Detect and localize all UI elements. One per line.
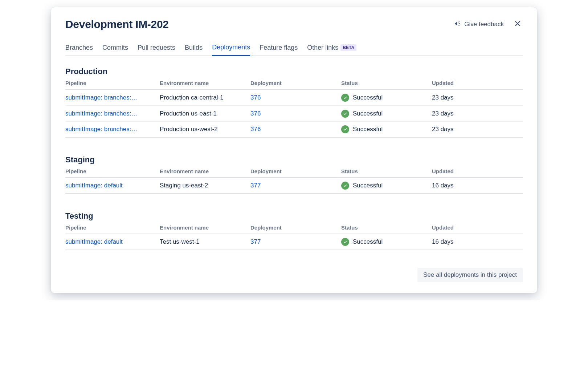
section-title: Testing — [65, 211, 523, 221]
status-text: Successful — [353, 94, 383, 101]
status-cell: Successful — [341, 182, 432, 190]
column-header-pipeline: Pipeline — [65, 224, 160, 231]
updated-text: 23 days — [432, 126, 523, 133]
pipeline-link[interactable]: submitImage: default — [65, 182, 160, 189]
dialog-footer: See all deployments in this project — [65, 268, 523, 282]
give-feedback-button[interactable]: Give feedback — [454, 20, 504, 29]
table-header: PipelineEnvironment nameDeploymentStatus… — [65, 168, 523, 178]
column-header-environment: Environment name — [160, 80, 250, 86]
environment-name: Test us-west-1 — [160, 238, 250, 246]
dialog-title: Development IM-202 — [65, 18, 169, 31]
updated-text: 23 days — [432, 110, 523, 117]
section-title: Production — [65, 67, 523, 76]
success-check-icon — [341, 94, 349, 102]
column-header-status: Status — [341, 224, 432, 231]
updated-text: 16 days — [432, 238, 523, 246]
development-dialog: Development IM-202 Give feedback Branche… — [51, 7, 537, 293]
pipeline-link[interactable]: submitImage: branches:… — [65, 110, 160, 117]
column-header-environment: Environment name — [160, 224, 250, 231]
table-row: submitImage: branches:…Production us-eas… — [65, 106, 523, 122]
environment-name: Production ca-central-1 — [160, 94, 250, 101]
success-check-icon — [341, 110, 349, 118]
header-actions: Give feedback — [454, 19, 523, 29]
column-header-environment: Environment name — [160, 168, 250, 174]
updated-text: 23 days — [432, 94, 523, 101]
tab-label: Builds — [185, 44, 203, 52]
deployment-link[interactable]: 377 — [250, 182, 341, 189]
section-testing: TestingPipelineEnvironment nameDeploymen… — [65, 211, 523, 250]
column-header-updated: Updated — [432, 224, 523, 231]
tab-deployments[interactable]: Deployments — [212, 41, 250, 56]
tab-label: Feature flags — [260, 44, 298, 52]
status-text: Successful — [353, 110, 383, 117]
tab-label: Other links — [307, 44, 338, 52]
success-check-icon — [341, 182, 349, 190]
dialog-header: Development IM-202 Give feedback — [65, 18, 523, 31]
environment-name: Production us-west-2 — [160, 126, 250, 133]
table-row: submitImage: branches:…Production us-wes… — [65, 122, 523, 138]
tab-commits[interactable]: Commits — [102, 41, 128, 56]
column-header-deployment: Deployment — [250, 168, 341, 174]
close-button[interactable] — [513, 19, 523, 29]
deployments-table: PipelineEnvironment nameDeploymentStatus… — [65, 80, 523, 138]
column-header-pipeline: Pipeline — [65, 80, 160, 86]
section-staging: StagingPipelineEnvironment nameDeploymen… — [65, 155, 523, 194]
deployments-table: PipelineEnvironment nameDeploymentStatus… — [65, 168, 523, 194]
column-header-status: Status — [341, 168, 432, 174]
column-header-updated: Updated — [432, 80, 523, 86]
success-check-icon — [341, 238, 349, 246]
pipeline-link[interactable]: submitImage: branches:… — [65, 94, 160, 101]
pipeline-link[interactable]: submitImage: branches:… — [65, 126, 160, 133]
table-row: submitImage: defaultTest us-west-1377Suc… — [65, 234, 523, 250]
pipeline-link[interactable]: submitImage: default — [65, 238, 160, 246]
tab-label: Pull requests — [138, 44, 175, 52]
table-row: submitImage: defaultStaging us-east-2377… — [65, 178, 523, 194]
table-row: submitImage: branches:…Production ca-cen… — [65, 90, 523, 106]
status-cell: Successful — [341, 125, 432, 133]
close-icon — [514, 20, 522, 29]
see-all-deployments-button[interactable]: See all deployments in this project — [417, 268, 523, 282]
deployment-link[interactable]: 376 — [250, 94, 341, 101]
status-cell: Successful — [341, 238, 432, 246]
status-text: Successful — [353, 182, 383, 189]
environment-name: Staging us-east-2 — [160, 182, 250, 189]
column-header-status: Status — [341, 80, 432, 86]
section-production: ProductionPipelineEnvironment nameDeploy… — [65, 67, 523, 138]
deployments-table: PipelineEnvironment nameDeploymentStatus… — [65, 224, 523, 250]
column-header-deployment: Deployment — [250, 80, 341, 86]
deployment-link[interactable]: 376 — [250, 126, 341, 133]
success-check-icon — [341, 125, 349, 133]
tab-label: Commits — [102, 44, 128, 52]
table-header: PipelineEnvironment nameDeploymentStatus… — [65, 224, 523, 234]
deployment-link[interactable]: 377 — [250, 238, 341, 246]
tab-branches[interactable]: Branches — [65, 41, 93, 56]
tab-pull-requests[interactable]: Pull requests — [138, 41, 175, 56]
tab-bar: BranchesCommitsPull requestsBuildsDeploy… — [65, 41, 523, 56]
section-title: Staging — [65, 155, 523, 165]
feedback-label: Give feedback — [464, 21, 504, 28]
table-header: PipelineEnvironment nameDeploymentStatus… — [65, 80, 523, 90]
status-text: Successful — [353, 238, 383, 246]
tab-label: Deployments — [212, 44, 250, 51]
environment-name: Production us-east-1 — [160, 110, 250, 117]
status-cell: Successful — [341, 110, 432, 118]
column-header-updated: Updated — [432, 168, 523, 174]
status-cell: Successful — [341, 94, 432, 102]
beta-badge: BETA — [340, 44, 356, 51]
deployment-link[interactable]: 376 — [250, 110, 341, 117]
tab-other-links[interactable]: Other linksBETA — [307, 41, 356, 56]
column-header-deployment: Deployment — [250, 224, 341, 231]
megaphone-icon — [454, 20, 461, 29]
tab-builds[interactable]: Builds — [185, 41, 203, 56]
tab-feature-flags[interactable]: Feature flags — [260, 41, 298, 56]
updated-text: 16 days — [432, 182, 523, 189]
tab-label: Branches — [65, 44, 93, 52]
column-header-pipeline: Pipeline — [65, 168, 160, 174]
status-text: Successful — [353, 126, 383, 133]
